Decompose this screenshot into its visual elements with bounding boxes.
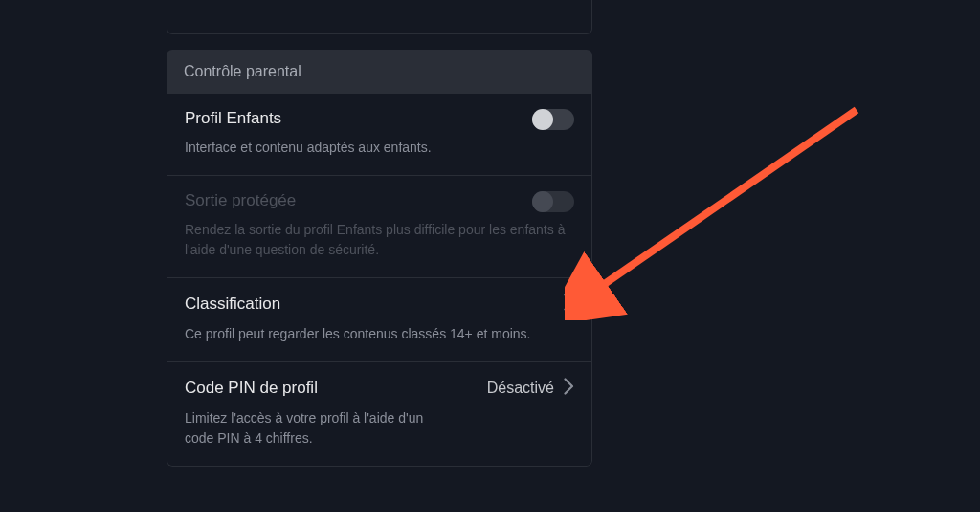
previous-section-bottom (167, 0, 592, 34)
kids-profile-row: Profil Enfants Interface et contenu adap… (167, 94, 592, 176)
profile-pin-row[interactable]: Code PIN de profil Désactivé Limitez l'a… (167, 362, 592, 467)
toggle-knob (532, 191, 553, 212)
profile-pin-desc: Limitez l'accès à votre profil à l'aide … (185, 408, 434, 448)
profile-pin-title: Code PIN de profil (185, 379, 318, 398)
parental-control-section: Contrôle parental Profil Enfants Interfa… (167, 50, 592, 467)
kids-profile-desc: Interface et contenu adaptés aux enfants… (185, 138, 574, 158)
section-title: Contrôle parental (184, 63, 301, 79)
classification-desc: Ce profil peut regarder les contenus cla… (185, 324, 574, 344)
classification-title: Classification (185, 294, 280, 314)
chevron-right-icon (564, 294, 574, 315)
protected-exit-title: Sortie protégée (185, 191, 574, 210)
annotation-arrow (565, 91, 890, 320)
chevron-right-icon (564, 378, 574, 399)
footer-bar (0, 512, 980, 523)
kids-profile-title: Profil Enfants (185, 109, 574, 128)
kids-profile-toggle[interactable] (532, 109, 574, 130)
toggle-knob (532, 109, 553, 130)
protected-exit-toggle (532, 191, 574, 212)
classification-row[interactable]: Classification Ce profil peut regarder l… (167, 278, 592, 362)
protected-exit-desc: Rendez la sortie du profil Enfants plus … (185, 220, 574, 260)
protected-exit-row: Sortie protégée Rendez la sortie du prof… (167, 176, 592, 278)
section-header: Contrôle parental (167, 50, 592, 94)
profile-pin-status: Désactivé (487, 380, 554, 397)
svg-line-1 (593, 110, 857, 292)
